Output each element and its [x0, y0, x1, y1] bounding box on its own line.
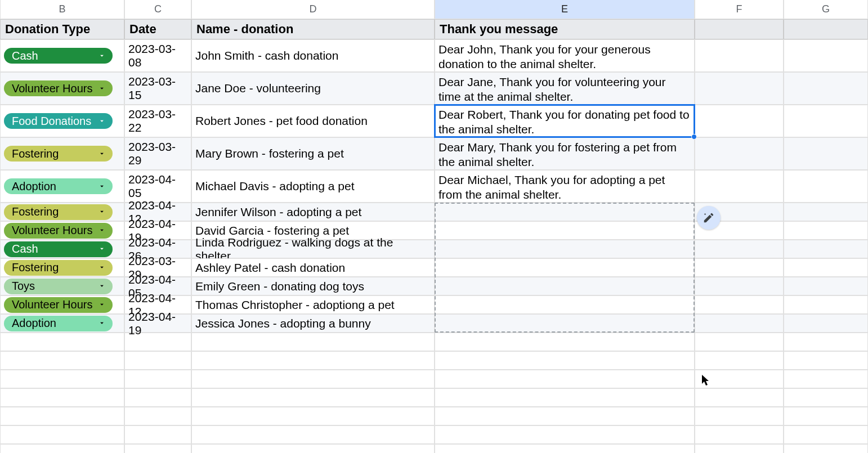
empty-cell[interactable] — [0, 351, 124, 370]
empty-cell[interactable] — [124, 425, 191, 444]
column-header-F[interactable]: F — [695, 0, 784, 19]
column-header-D[interactable]: D — [191, 0, 435, 19]
name-donation-cell[interactable]: Thomas Christopher - adoptiong a pet — [191, 295, 435, 314]
empty-cell[interactable] — [0, 425, 124, 444]
donation-type-dropdown[interactable]: Food Donations — [4, 113, 113, 129]
thank-you-message-cell[interactable]: Dear John, Thank you for your generous d… — [435, 39, 695, 72]
empty-cell[interactable] — [435, 351, 695, 370]
header-name---donation[interactable]: Name - donation — [191, 19, 435, 39]
empty-cell[interactable] — [695, 240, 784, 258]
donation-type-cell[interactable]: Fostering — [0, 203, 124, 221]
header-thank-you-message[interactable]: Thank you message — [435, 19, 695, 39]
thank-you-message-cell[interactable] — [435, 240, 695, 258]
column-header-C[interactable]: C — [124, 0, 191, 19]
date-cell[interactable]: 2023-03-08 — [124, 39, 191, 72]
empty-cell[interactable] — [435, 388, 695, 407]
empty-cell[interactable] — [191, 351, 435, 370]
date-cell[interactable]: 2023-03-29 — [124, 137, 191, 170]
column-header-E[interactable]: E — [435, 0, 695, 19]
empty-cell[interactable] — [784, 277, 868, 295]
empty-cell[interactable] — [784, 72, 868, 105]
empty-cell[interactable] — [0, 333, 124, 351]
date-cell[interactable]: 2023-04-19 — [124, 314, 191, 333]
column-header-G[interactable]: G — [784, 0, 868, 19]
empty-cell[interactable] — [784, 203, 868, 221]
smart-fill-button[interactable] — [697, 206, 721, 230]
name-donation-cell[interactable]: Robert Jones - pet food donation — [191, 105, 435, 137]
empty-cell[interactable] — [191, 333, 435, 351]
name-donation-cell[interactable]: John Smith - cash donation — [191, 39, 435, 72]
empty-cell[interactable] — [784, 370, 868, 388]
empty-cell[interactable] — [695, 137, 784, 170]
empty-cell[interactable] — [784, 314, 868, 333]
empty-cell[interactable] — [435, 333, 695, 351]
empty-cell[interactable] — [0, 444, 124, 453]
empty-cell[interactable] — [191, 444, 435, 453]
donation-type-dropdown[interactable]: Cash — [4, 48, 113, 64]
donation-type-cell[interactable]: Volunteer Hours — [0, 295, 124, 314]
empty-cell[interactable] — [784, 425, 868, 444]
empty-cell[interactable] — [191, 425, 435, 444]
thank-you-message-cell[interactable] — [435, 221, 695, 240]
thank-you-message-cell[interactable] — [435, 203, 695, 221]
donation-type-cell[interactable]: Cash — [0, 240, 124, 258]
empty-cell[interactable] — [124, 407, 191, 425]
donation-type-dropdown[interactable]: Adoption — [4, 316, 113, 331]
empty-cell[interactable] — [435, 370, 695, 388]
donation-type-dropdown[interactable]: Fostering — [4, 146, 113, 162]
donation-type-dropdown[interactable]: Volunteer Hours — [4, 297, 113, 313]
empty-cell[interactable] — [784, 388, 868, 407]
name-donation-cell[interactable]: Emily Green - donating dog toys — [191, 277, 435, 295]
name-donation-cell[interactable]: Jane Doe - volunteering — [191, 72, 435, 105]
empty-cell[interactable] — [695, 39, 784, 72]
thank-you-message-cell[interactable] — [435, 295, 695, 314]
empty-cell[interactable] — [695, 425, 784, 444]
empty-cell[interactable] — [695, 407, 784, 425]
empty-cell[interactable] — [784, 351, 868, 370]
thank-you-message-cell[interactable] — [435, 314, 695, 333]
empty-cell[interactable] — [191, 370, 435, 388]
empty-cell[interactable] — [124, 388, 191, 407]
header-donation-type[interactable]: Donation Type — [0, 19, 124, 39]
header-empty[interactable] — [695, 19, 784, 39]
thank-you-message-cell[interactable] — [435, 258, 695, 277]
donation-type-cell[interactable]: Adoption — [0, 314, 124, 333]
thank-you-message-cell[interactable]: Dear Michael, Thank you for adopting a p… — [435, 170, 695, 203]
thank-you-message-cell[interactable] — [435, 277, 695, 295]
empty-cell[interactable] — [695, 295, 784, 314]
empty-cell[interactable] — [695, 388, 784, 407]
empty-cell[interactable] — [191, 407, 435, 425]
thank-you-message-cell[interactable]: Dear Robert, Thank you for donating pet … — [435, 105, 695, 137]
donation-type-dropdown[interactable]: Volunteer Hours — [4, 223, 113, 239]
date-cell[interactable]: 2023-03-22 — [124, 105, 191, 137]
empty-cell[interactable] — [695, 277, 784, 295]
donation-type-dropdown[interactable]: Toys — [4, 279, 113, 294]
empty-cell[interactable] — [784, 240, 868, 258]
empty-cell[interactable] — [695, 170, 784, 203]
empty-cell[interactable] — [435, 407, 695, 425]
thank-you-message-cell[interactable]: Dear Mary, Thank you for fostering a pet… — [435, 137, 695, 170]
empty-cell[interactable] — [0, 370, 124, 388]
empty-cell[interactable] — [435, 444, 695, 453]
donation-type-cell[interactable]: Cash — [0, 39, 124, 72]
fill-handle[interactable] — [691, 134, 697, 140]
empty-cell[interactable] — [695, 105, 784, 137]
empty-cell[interactable] — [695, 351, 784, 370]
empty-cell[interactable] — [435, 425, 695, 444]
empty-cell[interactable] — [695, 314, 784, 333]
empty-cell[interactable] — [0, 407, 124, 425]
empty-cell[interactable] — [784, 333, 868, 351]
empty-cell[interactable] — [191, 388, 435, 407]
donation-type-cell[interactable]: Fostering — [0, 137, 124, 170]
donation-type-cell[interactable]: Food Donations — [0, 105, 124, 137]
empty-cell[interactable] — [784, 39, 868, 72]
empty-cell[interactable] — [124, 444, 191, 453]
empty-cell[interactable] — [124, 370, 191, 388]
date-cell[interactable]: 2023-03-15 — [124, 72, 191, 105]
empty-cell[interactable] — [695, 444, 784, 453]
donation-type-dropdown[interactable]: Cash — [4, 241, 113, 257]
donation-type-cell[interactable]: Volunteer Hours — [0, 221, 124, 240]
donation-type-dropdown[interactable]: Fostering — [4, 260, 113, 276]
empty-cell[interactable] — [784, 258, 868, 277]
empty-cell[interactable] — [695, 333, 784, 351]
